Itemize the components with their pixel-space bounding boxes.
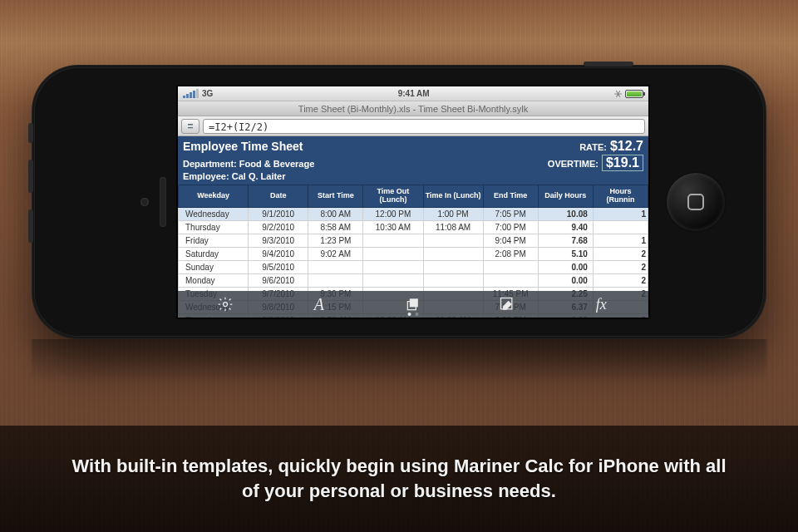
volume-buttons (28, 123, 33, 243)
cell[interactable]: 9/6/2010 (249, 273, 308, 287)
table-row[interactable]: Friday9/3/20101:23 PM9:04 PM7.681 (179, 234, 648, 247)
table-row[interactable]: Sunday9/5/20100.002 (179, 260, 648, 273)
table-row[interactable]: Wednesday9/1/20108:00 AM12:00 PM1:00 PM7… (179, 207, 648, 220)
cell[interactable]: 7:05 PM (483, 207, 538, 220)
table-row[interactable]: Saturday9/4/20109:02 AM2:08 PM5.102 (179, 247, 648, 260)
cell[interactable] (483, 260, 538, 273)
cell[interactable]: 9/5/2010 (249, 260, 308, 273)
cell[interactable]: 2 (593, 247, 648, 260)
cell[interactable]: Wednesday (179, 207, 249, 220)
statusbar: 3G 9:41 AM ⚹ (178, 86, 648, 101)
sheet-title: Employee Time Sheet (183, 140, 303, 153)
cell[interactable]: Thursday (179, 220, 249, 234)
cell[interactable]: 12:00 PM (363, 207, 423, 220)
cell[interactable]: 9/4/2010 (249, 247, 308, 260)
cell[interactable]: Monday (179, 273, 249, 287)
cell[interactable]: 9:04 PM (483, 234, 538, 247)
cell[interactable]: Saturday (179, 247, 249, 260)
screen: 3G 9:41 AM ⚹ Time Sheet (Bi-Monthly).xls… (176, 85, 650, 319)
cell[interactable]: Friday (179, 234, 249, 247)
ot-label: OVERTIME: (548, 159, 598, 169)
cell[interactable] (363, 247, 423, 260)
fx-toggle-button[interactable]: = (181, 119, 200, 134)
rate-value: $12.7 (610, 139, 643, 153)
sheet-header: Employee Time Sheet RATE:$12.7 Departmen… (178, 136, 648, 185)
caption-text: With built-in templates, quickly begin u… (66, 454, 732, 503)
col-header: Date (249, 185, 308, 208)
cell[interactable]: 1 (593, 234, 648, 247)
emp-label: Employee: (183, 171, 229, 181)
spreadsheet-grid[interactable]: WeekdayDateStart TimeTime Out (Lunch)Tim… (178, 185, 648, 318)
cell[interactable]: 9:02 AM (308, 247, 363, 260)
bottom-toolbar: A fx (178, 291, 648, 318)
col-header: Weekday (179, 185, 249, 208)
cell[interactable] (308, 273, 363, 287)
document-title: Time Sheet (Bi-Monthly).xls - Time Sheet… (178, 101, 648, 116)
caption-band: With built-in templates, quickly begin u… (0, 426, 798, 532)
function-icon[interactable]: fx (591, 294, 611, 314)
emp-value: Cal Q. Laiter (232, 171, 286, 181)
col-header: Time Out (Lunch) (363, 185, 423, 208)
cell[interactable]: 7.68 (538, 234, 593, 247)
cell[interactable] (593, 220, 648, 234)
cell[interactable] (363, 234, 423, 247)
signal-icon (183, 89, 199, 98)
col-header: End Time (483, 185, 538, 208)
power-button (584, 62, 633, 66)
svg-point-0 (223, 303, 227, 307)
cell[interactable]: 1:23 PM (308, 234, 363, 247)
cell[interactable]: 9/3/2010 (249, 234, 308, 247)
col-header: Start Time (308, 185, 363, 208)
cell[interactable] (308, 260, 363, 273)
table-row[interactable]: Thursday9/2/20108:58 AM10:30 AM11:08 AM7… (179, 220, 648, 234)
cell[interactable] (363, 260, 423, 273)
speaker-slot (160, 177, 166, 227)
cell[interactable]: 2 (593, 260, 648, 273)
formula-input[interactable]: =I2+(I2/2) (203, 119, 645, 134)
cell[interactable]: 9/1/2010 (249, 207, 308, 220)
home-button[interactable] (667, 173, 725, 231)
col-header: Time In (Lunch) (423, 185, 483, 208)
rate-label: RATE: (579, 142, 607, 152)
cell[interactable] (423, 247, 483, 260)
cell[interactable]: 2:08 PM (483, 247, 538, 260)
dept-value: Food & Beverage (239, 159, 314, 169)
cell[interactable]: 1 (593, 207, 648, 220)
cell[interactable] (363, 273, 423, 287)
cell[interactable]: 0.00 (538, 273, 593, 287)
col-header: Daily Hours (538, 185, 593, 208)
font-icon[interactable]: A (309, 294, 329, 314)
cell[interactable]: 11:08 AM (423, 220, 483, 234)
network-label: 3G (202, 89, 213, 98)
svg-rect-1 (410, 298, 418, 307)
edit-icon[interactable] (497, 294, 517, 314)
cell[interactable]: 1:00 PM (423, 207, 483, 220)
cell[interactable] (423, 260, 483, 273)
cell[interactable] (483, 273, 538, 287)
iphone-frame: 3G 9:41 AM ⚹ Time Sheet (Bi-Monthly).xls… (32, 65, 766, 339)
cell[interactable]: 5.10 (538, 247, 593, 260)
settings-icon[interactable] (215, 294, 235, 314)
bluetooth-icon: ⚹ (614, 88, 622, 99)
cell[interactable]: 0.00 (538, 260, 593, 273)
cell[interactable]: 10.08 (538, 207, 593, 220)
cell[interactable]: 8:58 AM (308, 220, 363, 234)
col-header: Hours (Runnin (593, 185, 648, 208)
sheets-icon[interactable] (403, 294, 423, 314)
earpiece-area (128, 65, 161, 339)
dept-label: Department: (183, 159, 237, 169)
cell[interactable]: 9.40 (538, 220, 593, 234)
table-row[interactable]: Monday9/6/20100.002 (179, 273, 648, 287)
clock: 9:41 AM (398, 89, 430, 98)
cell[interactable]: 2 (593, 273, 648, 287)
cell[interactable]: 9/2/2010 (249, 220, 308, 234)
formula-bar: = =I2+(I2/2) (178, 116, 648, 136)
cell[interactable] (423, 273, 483, 287)
battery-icon (625, 90, 643, 98)
page-dots (408, 313, 419, 316)
cell[interactable]: Sunday (179, 260, 249, 273)
cell[interactable] (423, 234, 483, 247)
cell[interactable]: 7:00 PM (483, 220, 538, 234)
cell[interactable]: 10:30 AM (363, 220, 423, 234)
cell[interactable]: 8:00 AM (308, 207, 363, 220)
